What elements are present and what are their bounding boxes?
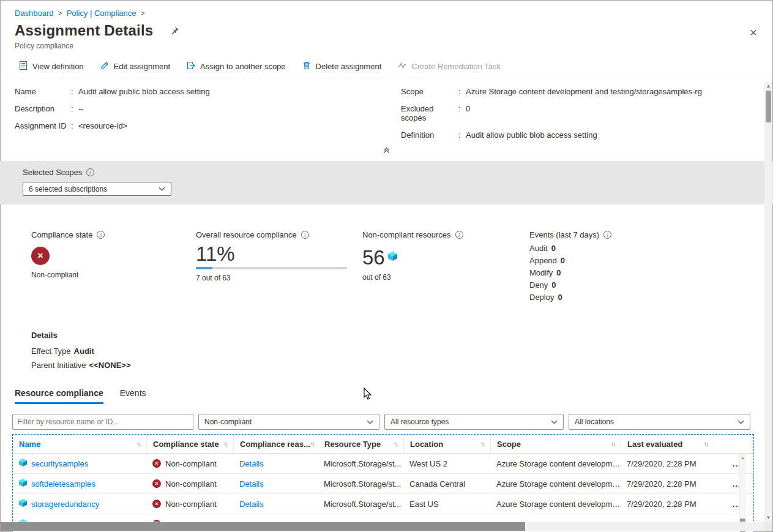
assignment-description-value: -- — [77, 104, 84, 113]
parent-initiative-value: <<NONE>> — [89, 361, 131, 370]
selected-scopes-dropdown[interactable]: 6 selected subscriptions — [23, 182, 171, 196]
column-header-compliance-state[interactable]: Compliance state↑↓ — [146, 435, 233, 453]
assignment-details-page: Dashboard > Policy | Compliance > Assign… — [0, 0, 773, 532]
table-row[interactable]: storageredundancy × Non-compliant Detail… — [13, 494, 753, 514]
view-definition-label: View definition — [32, 62, 84, 71]
breadcrumb-policy-compliance-link[interactable]: Policy | Compliance — [67, 9, 136, 18]
event-value: 0 — [556, 267, 561, 279]
column-header-name[interactable]: Name↑↓ — [13, 435, 146, 453]
events-title: Events (last 7 days) — [529, 230, 599, 239]
chevron-down-icon — [551, 420, 558, 424]
event-value: 0 — [558, 291, 562, 304]
resource-type-text: Microsoft.Storage/st... — [318, 459, 403, 468]
edit-icon — [100, 61, 110, 72]
parent-initiative-label: Parent Initiative — [31, 361, 86, 370]
non-compliant-icon: × — [31, 247, 50, 265]
collapse-details-chevron-icon[interactable] — [383, 146, 390, 156]
table-vertical-scrollbar[interactable]: ▲ ▼ — [739, 454, 746, 532]
assignment-name-value: Audit allow public blob access setting — [77, 87, 210, 96]
scroll-up-icon[interactable]: ▲ — [764, 83, 772, 89]
event-value: 0 — [551, 242, 556, 255]
page-vertical-scrollbar[interactable]: ▲ ▼ — [764, 82, 772, 522]
property-label: Assignment ID — [15, 121, 71, 130]
resource-type-text: Microsoft.Storage/st... — [318, 479, 403, 489]
sort-icon: ↑↓ — [611, 441, 616, 448]
location-filter-dropdown[interactable]: All locations — [569, 414, 750, 430]
column-header-last-evaluated[interactable]: Last evaluated↑↓ — [621, 435, 714, 453]
property-label: Description — [15, 104, 71, 113]
sort-icon: ↑↓ — [136, 441, 142, 448]
last-evaluated-text: 7/29/2020, 2:28 PM — [621, 459, 714, 468]
last-evaluated-text: 7/29/2020, 2:28 PM — [621, 479, 714, 489]
page-horizontal-scrollbar[interactable] — [1, 522, 764, 531]
resource-filter-input[interactable] — [12, 414, 193, 430]
storage-account-icon — [19, 479, 27, 489]
event-label: Deny — [529, 279, 548, 291]
resource-compliance-table: Name↑↓ Compliance state↑↓ Compliance rea… — [12, 434, 754, 532]
remediation-icon — [397, 61, 407, 72]
column-header-scope[interactable]: Scope↑↓ — [490, 435, 621, 453]
details-panel-title: Details — [31, 331, 773, 340]
chevron-down-icon — [367, 420, 373, 424]
scrollbar-corner — [764, 522, 772, 531]
sort-icon: ↑↓ — [480, 441, 486, 448]
horizontal-scrollbar-thumb[interactable] — [1, 522, 525, 531]
resource-type-text: Microsoft.Storage/st... — [318, 500, 403, 509]
info-icon[interactable]: i — [603, 231, 611, 239]
breadcrumb-separator: > — [58, 9, 62, 18]
compliance-details-link[interactable]: Details — [239, 500, 264, 509]
page-scrollbar-thumb[interactable] — [766, 91, 771, 122]
location-filter-value: All locations — [575, 418, 614, 426]
assign-to-another-scope-button[interactable]: Assign to another scope — [186, 61, 285, 72]
assignment-properties: Name:Audit allow public blob access sett… — [0, 78, 773, 148]
column-header-compliance-reason[interactable]: Compliance reas...↑↓ — [233, 435, 318, 453]
assign-scope-icon — [186, 61, 196, 72]
breadcrumb-dashboard-link[interactable]: Dashboard — [15, 9, 54, 18]
info-icon[interactable]: i — [301, 231, 309, 239]
info-icon[interactable]: i — [97, 231, 105, 239]
resource-name-link[interactable]: storageredundancy — [31, 500, 99, 509]
sort-icon: ↑↓ — [310, 441, 316, 448]
close-icon[interactable]: × — [750, 26, 757, 39]
location-text: West US 2 — [403, 459, 490, 468]
sort-icon: ↑↓ — [223, 441, 229, 448]
resource-name-link[interactable]: securitysamples — [31, 459, 88, 468]
table-row[interactable]: securitysamples × Non-compliant Details … — [13, 454, 753, 474]
delete-assignment-button[interactable]: Delete assignment — [302, 61, 382, 72]
compliance-state-title: Compliance state — [31, 230, 92, 239]
view-definition-icon — [18, 61, 28, 72]
assign-scope-label: Assign to another scope — [200, 62, 285, 71]
pin-icon[interactable] — [169, 26, 179, 36]
tab-events[interactable]: Events — [120, 388, 146, 404]
scroll-down-icon[interactable]: ▼ — [764, 515, 772, 520]
sort-icon: ↑↓ — [394, 441, 399, 448]
compliance-details-link[interactable]: Details — [239, 459, 264, 468]
selected-scopes-dropdown-value: 6 selected subscriptions — [29, 185, 107, 193]
last-evaluated-text: 7/29/2020, 2:28 PM — [621, 500, 714, 509]
info-icon[interactable]: i — [86, 168, 94, 176]
details-panel: Details Effect TypeAudit Parent Initiati… — [0, 331, 773, 370]
scope-text: Azure Storage content developme... — [490, 500, 621, 509]
tab-resource-compliance[interactable]: Resource compliance — [15, 388, 103, 404]
info-icon[interactable]: i — [455, 231, 463, 239]
event-value: 0 — [551, 279, 556, 291]
compliance-filter-value: Non-compliant — [204, 418, 252, 426]
event-label: Deploy — [529, 291, 554, 304]
view-definition-button[interactable]: View definition — [18, 61, 84, 72]
column-header-location[interactable]: Location↑↓ — [403, 435, 490, 453]
resource-cube-icon — [388, 243, 397, 269]
overall-compliance-title: Overall resource compliance — [196, 230, 297, 239]
resource-name-link[interactable]: softdeletesamples — [31, 479, 95, 489]
breadcrumb-separator: > — [141, 9, 145, 18]
edit-assignment-button[interactable]: Edit assignment — [100, 61, 171, 72]
resource-type-filter-value: All resource types — [390, 418, 449, 426]
scroll-up-icon[interactable]: ▲ — [739, 455, 746, 460]
compliance-details-link[interactable]: Details — [239, 479, 264, 489]
compliance-state-filter-dropdown[interactable]: Non-compliant — [198, 414, 379, 430]
resource-type-filter-dropdown[interactable]: All resource types — [384, 414, 564, 430]
assignment-scope-value: Azure Storage content development and te… — [465, 87, 702, 96]
column-header-resource-type[interactable]: Resource Type↑↓ — [318, 435, 403, 453]
table-row[interactable]: softdeletesamples × Non-compliant Detail… — [13, 474, 753, 494]
tab-bar: Resource compliance Events — [0, 388, 773, 404]
compliance-state-value: Non-compliant — [31, 271, 196, 279]
